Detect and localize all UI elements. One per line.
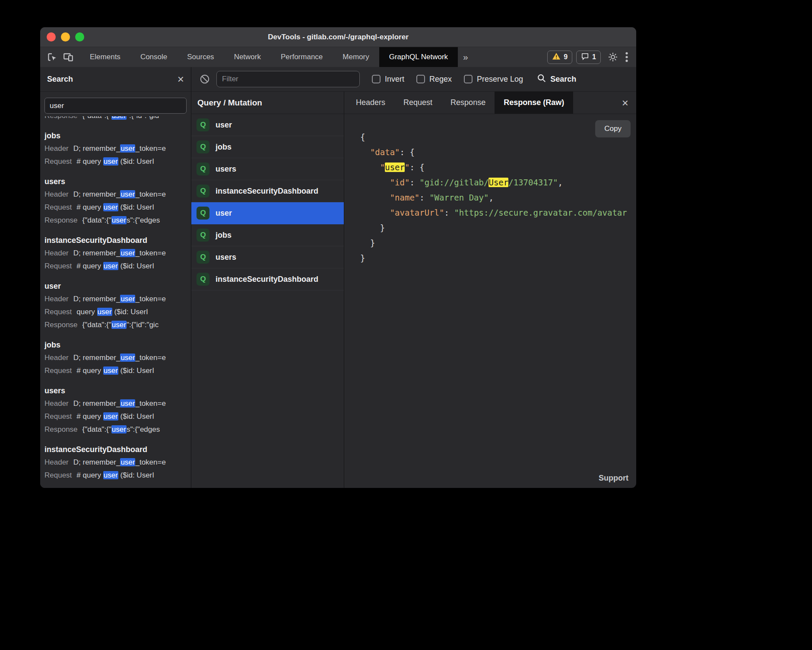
query-list-item[interactable]: QinstanceSecurityDashboard (191, 268, 344, 290)
query-list-item[interactable]: Qjobs (191, 224, 344, 246)
result-text: # query (76, 366, 103, 375)
kebab-menu-icon[interactable] (625, 51, 628, 63)
query-list-item[interactable]: Qjobs (191, 136, 344, 158)
search-result-group-title[interactable]: user (44, 280, 190, 293)
message-count: 1 (592, 53, 596, 61)
json-response: { "data": { "user": { "id": "gid://gitla… (344, 114, 636, 266)
minimize-window-button[interactable] (61, 32, 70, 41)
search-match: user (103, 262, 118, 270)
window-title: DevTools - gitlab.com/-/graphql-explorer (40, 33, 636, 41)
clear-log-icon[interactable] (199, 73, 210, 85)
settings-gear-icon[interactable] (608, 52, 618, 62)
search-result-line[interactable]: HeaderD; remember_user_token=e (44, 351, 190, 364)
detail-tab-response-raw[interactable]: Response (Raw) (495, 92, 573, 114)
query-type-badge: Q (197, 273, 209, 286)
checkbox-regex[interactable]: Regex (416, 75, 452, 84)
json-line: } (360, 220, 636, 236)
json-token: , (488, 193, 493, 202)
search-result-line[interactable]: HeaderD; remember_user_token=e (44, 188, 190, 201)
search-result-line[interactable]: HeaderD; remember_user_token=e (44, 293, 190, 306)
detail-tab-request[interactable]: Request (394, 92, 441, 114)
search-result-group-title[interactable]: jobs (44, 338, 190, 351)
search-result-line[interactable]: HeaderD; remember_user_token=e (44, 456, 190, 469)
query-list-item[interactable]: Qusers (191, 246, 344, 268)
search-result-line[interactable]: Response{"data":{"users":{"edges (44, 423, 190, 436)
messages-badge[interactable]: 1 (576, 51, 601, 64)
search-match: user (111, 116, 127, 120)
toolbar-tab-elements[interactable]: Elements (80, 47, 130, 67)
search-result-line[interactable]: HeaderD; remember_user_token=e (44, 397, 190, 410)
checkbox-preserve-log[interactable]: Preserve Log (464, 75, 523, 84)
search-result-line[interactable]: Request# query user ($id: UserI (44, 469, 190, 482)
search-match: user (120, 295, 135, 303)
query-list-item[interactable]: Quser (191, 114, 344, 136)
checkbox-label: Invert (385, 75, 404, 84)
checkbox-box-icon[interactable] (464, 75, 473, 83)
json-line: } (360, 251, 636, 266)
close-detail-icon[interactable]: × (622, 97, 628, 108)
inspect-element-icon[interactable] (46, 51, 57, 63)
result-field-label: Request (44, 203, 72, 211)
support-link[interactable]: Support (599, 474, 628, 483)
warnings-badge[interactable]: 9 (547, 51, 572, 64)
json-line: "data": { (360, 145, 636, 160)
search-result-group-title[interactable]: jobs (44, 129, 190, 142)
devtools-toolbar: ElementsConsoleSourcesNetworkPerformance… (40, 47, 636, 67)
search-result-line[interactable]: Requestquery user ($id: UserI (44, 306, 190, 319)
warning-icon (552, 52, 561, 62)
search-result-line[interactable]: Request# query user ($id: UserI (44, 260, 190, 273)
checkbox-box-icon[interactable] (372, 75, 381, 83)
toolbar-tab-network[interactable]: Network (224, 47, 271, 67)
checkbox-box-icon[interactable] (416, 75, 425, 83)
toolbar-tab-performance[interactable]: Performance (271, 47, 333, 67)
detail-tab-response[interactable]: Response (441, 92, 495, 114)
query-list-item[interactable]: Qusers (191, 158, 344, 180)
more-tabs-chevron[interactable]: » (458, 47, 473, 67)
toolbar-icons (40, 47, 80, 67)
search-result-line[interactable]: Response{"data":{"user":{"id":"gic (44, 319, 190, 331)
result-field-label: Response (44, 116, 78, 120)
search-result-group-title[interactable]: users (44, 384, 190, 397)
json-token: " (380, 162, 385, 172)
search-result-group-title[interactable]: instanceSecurityDashboard (44, 234, 190, 247)
checkbox-invert[interactable]: Invert (372, 75, 404, 84)
query-list-item[interactable]: Quser (191, 202, 344, 224)
close-window-button[interactable] (47, 32, 56, 41)
filter-input[interactable] (216, 71, 360, 87)
search-match: user (120, 249, 135, 257)
search-result-line[interactable]: Request# query user ($id: UserI (44, 201, 190, 214)
search-result-line[interactable]: Request# query user ($id: UserI (44, 364, 190, 377)
search-match: user (97, 308, 112, 316)
toolbar-tab-console[interactable]: Console (130, 47, 177, 67)
result-text: s":{"edges (127, 425, 160, 433)
close-search-icon[interactable]: × (178, 73, 184, 85)
search-result-group-title[interactable]: users (44, 175, 190, 188)
titlebar: DevTools - gitlab.com/-/graphql-explorer (40, 27, 636, 47)
traffic-lights (40, 32, 84, 41)
toolbar-tab-sources[interactable]: Sources (177, 47, 224, 67)
search-box (44, 98, 187, 114)
result-field-label: Header (44, 249, 69, 257)
search-input[interactable] (44, 98, 187, 114)
search-result-group-title[interactable]: instanceSecurityDashboard (44, 443, 190, 456)
zoom-window-button[interactable] (75, 32, 84, 41)
result-text: {"data":{" (82, 321, 111, 329)
device-toolbar-icon[interactable] (63, 51, 74, 63)
json-token: : { (409, 162, 424, 172)
search-result-line[interactable]: Response{"data":{"user":{"id":"gid (44, 116, 190, 122)
search-result-line[interactable]: Response{"data":{"users":{"edges (44, 214, 190, 227)
search-result-line[interactable]: Request# query user ($id: UserI (44, 155, 190, 168)
query-list-item[interactable]: QinstanceSecurityDashboard (191, 180, 344, 202)
copy-button[interactable]: Copy (595, 120, 631, 137)
toolbar-tab-graphql-network[interactable]: GraphQL Network (379, 47, 458, 67)
json-token: { (360, 132, 365, 142)
detail-tab-headers[interactable]: Headers (347, 92, 394, 114)
toolbar-tab-memory[interactable]: Memory (333, 47, 379, 67)
result-text: query (76, 308, 97, 316)
search-result-line[interactable]: HeaderD; remember_user_token=e (44, 142, 190, 155)
network-search-button[interactable]: Search (537, 73, 576, 85)
search-result-line[interactable]: HeaderD; remember_user_token=e (44, 247, 190, 260)
json-token: "https://secure.gravatar.com/avatar (454, 208, 627, 217)
search-result-line[interactable]: Request# query user ($id: UserI (44, 410, 190, 423)
json-token (360, 178, 390, 187)
